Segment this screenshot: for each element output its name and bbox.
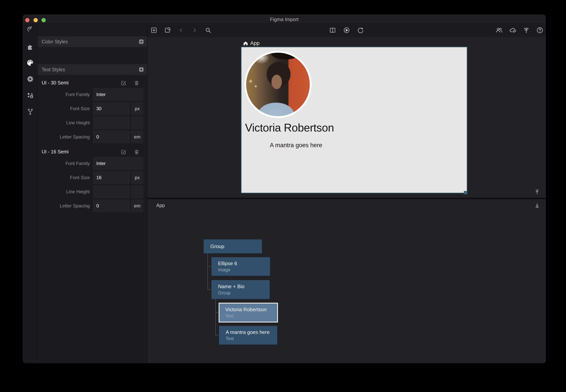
node-title: Ellipse 6 — [218, 261, 270, 266]
selected-frame[interactable]: Victoria Robertson A mantra goes here — [241, 47, 467, 193]
sidebar-rail — [23, 24, 38, 363]
forward-icon[interactable] — [191, 26, 199, 34]
field-label: Line Height — [38, 116, 91, 129]
titlebar: Figma Import — [23, 14, 546, 24]
line-height-input[interactable] — [93, 185, 130, 198]
puzzle-icon[interactable] — [26, 42, 34, 51]
delete-style-button[interactable] — [134, 80, 140, 86]
text-style-block-header: UI - 16 Semi — [38, 146, 147, 157]
edit-style-button[interactable] — [121, 80, 127, 86]
tree-node-victoria-selected[interactable]: Victoria Robertson Text — [219, 303, 278, 322]
tree-connector — [207, 253, 208, 290]
collapse-up-button[interactable] — [533, 188, 541, 196]
font-family-input[interactable]: Inter — [93, 157, 143, 170]
text-style-name: UI - 16 Semi — [42, 149, 114, 154]
font-family-row: Font Family Inter — [38, 157, 147, 170]
publish-icon[interactable] — [522, 26, 530, 34]
branch-icon[interactable] — [26, 107, 34, 116]
letter-spacing-unit: em — [131, 199, 143, 212]
font-size-unit: px — [131, 102, 143, 115]
node-title: A mantra goes here — [226, 329, 277, 335]
field-label: Font Family — [38, 88, 91, 101]
back-icon[interactable] — [177, 26, 185, 34]
add-text-style-button[interactable] — [138, 67, 144, 72]
field-label: Font Size — [38, 102, 91, 115]
window-title: Figma Import — [23, 14, 546, 24]
tree-connector — [207, 266, 211, 267]
font-family-row: Font Family Inter — [38, 88, 147, 101]
tree-connector — [207, 289, 211, 290]
font-size-row: Font Size 30 px — [38, 102, 147, 115]
route-icon[interactable] — [26, 25, 34, 33]
palette-icon[interactable] — [26, 58, 34, 67]
card-mantra-text[interactable]: A mantra goes here — [270, 142, 322, 149]
shapes-export-icon[interactable] — [26, 91, 34, 99]
layers-panel: App Group Ellipse 6 — [147, 199, 546, 363]
letter-spacing-unit: em — [131, 130, 143, 143]
font-size-input[interactable]: 30 — [93, 102, 130, 115]
breadcrumb-label: App — [250, 40, 260, 46]
tree-node-name-bio[interactable]: Name + Bio Group — [211, 280, 270, 299]
search-icon[interactable] — [204, 26, 212, 34]
collapse-down-button[interactable] — [533, 202, 541, 209]
tree-node-mantra[interactable]: A mantra goes here Text — [219, 326, 277, 345]
app-window: Figma Import — [22, 14, 546, 363]
letter-spacing-row: Letter Spacing 0 em — [38, 199, 147, 212]
toolbar — [147, 24, 546, 37]
layers-panel-title: App — [156, 203, 165, 208]
add-frame-button[interactable] — [150, 26, 158, 34]
letter-spacing-input[interactable]: 0 — [93, 199, 130, 212]
text-styles-title: Text Styles — [42, 67, 138, 72]
breadcrumb[interactable]: App — [243, 40, 260, 46]
field-label: Letter Spacing — [38, 199, 91, 212]
edit-style-button[interactable] — [121, 149, 127, 155]
tree-connector — [215, 335, 219, 335]
delete-style-button[interactable] — [134, 149, 140, 155]
help-icon[interactable] — [536, 26, 544, 34]
tree-connector — [215, 299, 216, 335]
node-subtitle: Image — [218, 267, 270, 272]
tree-node-group[interactable]: Group — [204, 239, 262, 253]
field-label: Letter Spacing — [38, 130, 91, 143]
split-view-icon[interactable] — [329, 26, 336, 34]
font-size-input[interactable]: 16 — [93, 171, 130, 184]
add-color-style-button[interactable] — [138, 39, 144, 44]
text-style-block-header: UI - 30 Semi — [38, 77, 147, 88]
card-name-text[interactable]: Victoria Robertson — [245, 121, 334, 134]
line-height-input[interactable] — [93, 116, 130, 129]
line-height-unit — [131, 185, 143, 198]
node-title: Group — [210, 243, 262, 250]
font-size-row: Font Size 16 px — [38, 171, 147, 184]
field-label: Font Family — [38, 157, 91, 170]
cloud-sync-icon[interactable] — [509, 26, 517, 34]
line-height-row: Line Height — [38, 185, 147, 198]
profile-photo[interactable] — [244, 51, 312, 118]
line-height-unit — [131, 116, 143, 129]
text-styles-header: Text Styles — [38, 64, 147, 75]
letter-spacing-input[interactable]: 0 — [93, 130, 130, 143]
node-subtitle: Group — [218, 290, 270, 295]
font-size-unit: px — [131, 171, 143, 184]
resize-handle[interactable] — [464, 191, 467, 194]
line-height-row: Line Height — [38, 116, 147, 129]
field-label: Line Height — [38, 185, 91, 198]
tree-node-ellipse[interactable]: Ellipse 6 Image — [211, 257, 270, 276]
play-icon[interactable] — [343, 26, 350, 34]
collaborators-icon[interactable] — [495, 26, 503, 34]
text-style-name: UI - 30 Semi — [42, 80, 114, 86]
canvas[interactable]: App Victoria Robertson A mantra goes her… — [147, 37, 546, 198]
tree-connector — [215, 312, 218, 313]
home-icon — [243, 41, 248, 46]
node-subtitle: Text — [226, 336, 277, 341]
node-title: Victoria Robertson — [225, 307, 277, 313]
color-styles-header: Color Styles — [38, 36, 147, 47]
styles-panel: Color Styles Text Styles UI - 30 Semi — [38, 24, 147, 363]
field-label: Font Size — [38, 171, 91, 184]
gear-icon[interactable] — [26, 75, 34, 83]
color-styles-title: Color Styles — [42, 39, 138, 44]
font-family-input[interactable]: Inter — [93, 88, 143, 101]
node-subtitle: Text — [225, 313, 277, 319]
refresh-icon[interactable] — [357, 26, 364, 34]
node-title: Name + Bio — [218, 283, 270, 290]
import-page-button[interactable] — [164, 26, 171, 34]
